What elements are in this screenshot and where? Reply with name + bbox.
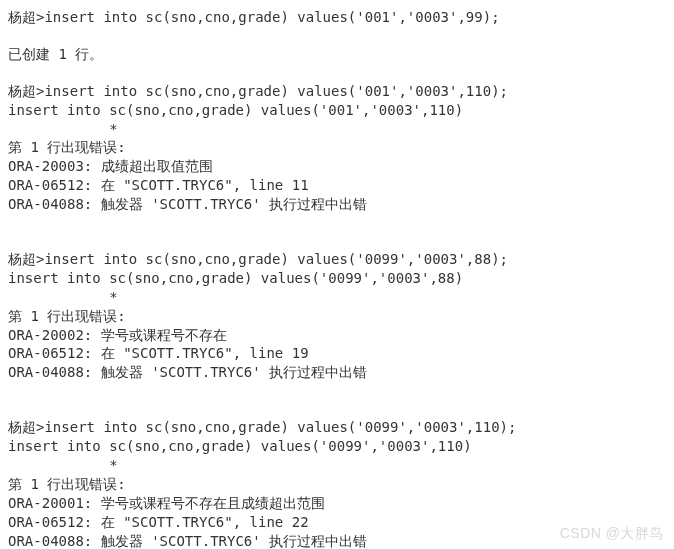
error-marker: * xyxy=(8,288,666,307)
blank-line xyxy=(8,382,666,400)
ora-error: ORA-20003: 成绩超出取值范围 xyxy=(8,157,666,176)
watermark: CSDN @大胖鸟 xyxy=(560,524,664,543)
prompt: 杨超> xyxy=(8,83,44,99)
sql-command: insert into sc(sno,cno,grade) values('00… xyxy=(44,9,499,25)
blank-line xyxy=(8,214,666,232)
echo-line: insert into sc(sno,cno,grade) values('00… xyxy=(8,437,666,456)
error-header: 第 1 行出现错误: xyxy=(8,307,666,326)
ora-error: ORA-06512: 在 "SCOTT.TRYC6", line 11 xyxy=(8,176,666,195)
prompt: 杨超> xyxy=(8,419,44,435)
blank-line xyxy=(8,232,666,250)
blank-line xyxy=(8,400,666,418)
error-marker: * xyxy=(8,456,666,475)
sql-command: insert into sc(sno,cno,grade) values('00… xyxy=(44,419,516,435)
ora-error: ORA-06512: 在 "SCOTT.TRYC6", line 19 xyxy=(8,344,666,363)
blank-line xyxy=(8,27,666,45)
sql-command: insert into sc(sno,cno,grade) values('00… xyxy=(44,251,508,267)
error-header: 第 1 行出现错误: xyxy=(8,475,666,494)
echo-line: insert into sc(sno,cno,grade) values('00… xyxy=(8,269,666,288)
prompt: 杨超> xyxy=(8,9,44,25)
ora-error: ORA-04088: 触发器 'SCOTT.TRYC6' 执行过程中出错 xyxy=(8,195,666,214)
prompt: 杨超> xyxy=(8,251,44,267)
prompt-line: 杨超>insert into sc(sno,cno,grade) values(… xyxy=(8,418,666,437)
prompt-line: 杨超>insert into sc(sno,cno,grade) values(… xyxy=(8,8,666,27)
ora-error: ORA-20001: 学号或课程号不存在且成绩超出范围 xyxy=(8,494,666,513)
blank-line xyxy=(8,64,666,82)
error-marker: * xyxy=(8,120,666,139)
ora-error: ORA-04088: 触发器 'SCOTT.TRYC6' 执行过程中出错 xyxy=(8,363,666,382)
sql-command: insert into sc(sno,cno,grade) values('00… xyxy=(44,83,508,99)
result-line: 已创建 1 行。 xyxy=(8,45,666,64)
error-header: 第 1 行出现错误: xyxy=(8,138,666,157)
prompt-line: 杨超>insert into sc(sno,cno,grade) values(… xyxy=(8,250,666,269)
echo-line: insert into sc(sno,cno,grade) values('00… xyxy=(8,101,666,120)
prompt-line: 杨超>insert into sc(sno,cno,grade) values(… xyxy=(8,82,666,101)
ora-error: ORA-20002: 学号或课程号不存在 xyxy=(8,326,666,345)
